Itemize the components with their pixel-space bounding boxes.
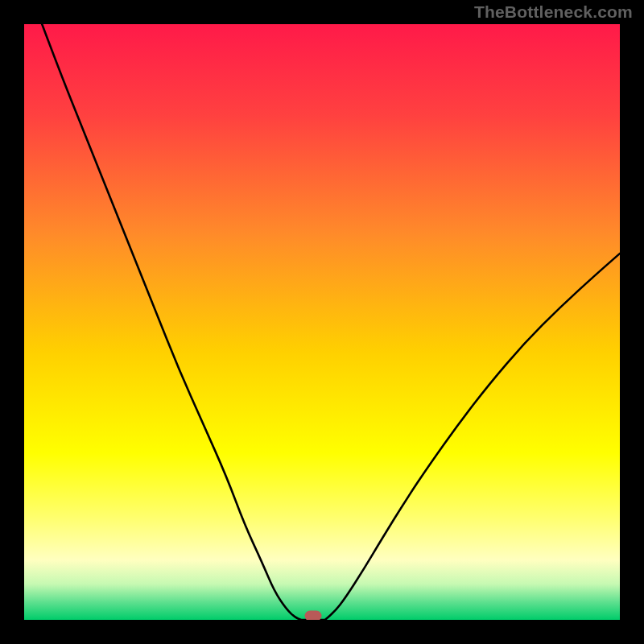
bottleneck-curve	[24, 24, 620, 620]
plot-area	[24, 24, 620, 620]
optimal-point-marker	[304, 610, 321, 620]
watermark-text: TheBottleneck.com	[474, 2, 633, 22]
chart-frame: TheBottleneck.com	[0, 0, 644, 644]
